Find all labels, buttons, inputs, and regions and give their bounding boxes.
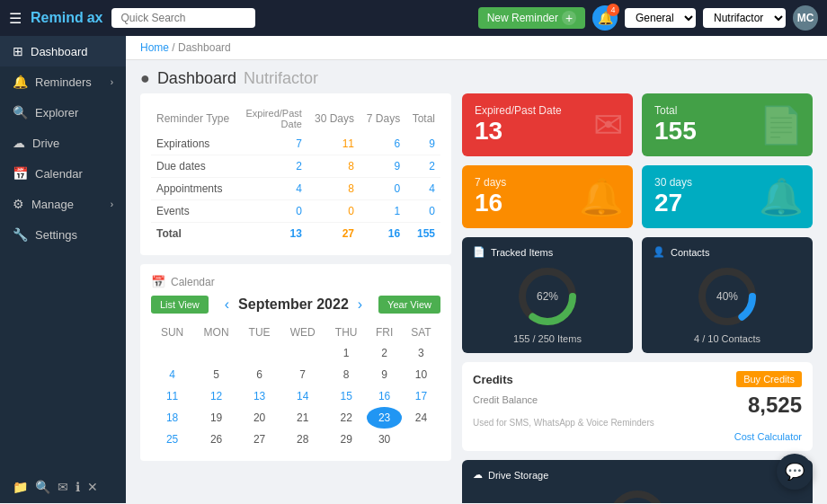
calendar-day[interactable]: 11 <box>151 385 193 407</box>
calendar-day[interactable]: 8 <box>325 364 367 385</box>
calendar-day-header: SUN <box>151 323 193 342</box>
stat-card-days30[interactable]: 30 days 27 🔔 <box>642 165 813 228</box>
calendar-day[interactable]: 26 <box>193 429 239 450</box>
cost-calculator-link[interactable]: Cost Calculator <box>473 431 802 442</box>
calendar-day[interactable]: 30 <box>367 429 402 450</box>
sidebar-item-dashboard[interactable]: ⊞ Dashboard <box>0 36 126 66</box>
calendar-day[interactable]: 16 <box>367 385 402 407</box>
app-logo: Remindax <box>31 10 102 26</box>
header-bullet-icon: ● <box>140 69 150 88</box>
stat-card-total[interactable]: Total 155 📄 <box>642 93 813 156</box>
buy-credits-button[interactable]: Buy Credits <box>736 371 802 387</box>
row-expired[interactable]: 0 <box>238 200 307 223</box>
calendar-day[interactable]: 6 <box>239 364 280 385</box>
row-30days[interactable]: 8 <box>307 178 360 200</box>
calendar-day[interactable]: 5 <box>193 364 239 385</box>
list-view-button[interactable]: List View <box>151 296 209 314</box>
calendar-day[interactable]: 25 <box>151 429 193 450</box>
calendar-icon: 📅 <box>13 166 28 181</box>
calendar-day[interactable]: 7 <box>280 364 325 385</box>
calendar-day[interactable]: 22 <box>325 407 367 429</box>
info-icon[interactable]: ℹ <box>76 480 80 494</box>
row-type: Events <box>151 200 238 223</box>
col-30days: 30 Days <box>307 104 360 133</box>
calendar-day[interactable]: 20 <box>239 407 280 429</box>
row-7days[interactable]: 1 <box>360 200 405 223</box>
sidebar-item-settings[interactable]: 🔧 Settings <box>0 219 126 250</box>
calendar-day[interactable]: 29 <box>325 429 367 450</box>
hamburger-icon[interactable]: ☰ <box>9 10 22 27</box>
search-small-icon[interactable]: 🔍 <box>35 480 50 494</box>
tracked-pct: 62% <box>537 290 558 303</box>
row-total[interactable]: 0 <box>405 200 440 223</box>
row-7days[interactable]: 6 <box>360 133 405 155</box>
row-expired[interactable]: 7 <box>238 133 307 155</box>
close-icon[interactable]: ✕ <box>87 480 98 494</box>
row-expired[interactable]: 2 <box>238 155 307 178</box>
row-7days[interactable]: 9 <box>360 155 405 178</box>
left-column: Reminder Type Expired/PastDate 30 Days 7… <box>140 93 451 503</box>
year-view-button[interactable]: Year View <box>378 296 440 314</box>
calendar-day[interactable]: 4 <box>151 364 193 385</box>
notification-bell[interactable]: 🔔 4 <box>592 5 618 31</box>
new-reminder-button[interactable]: New Reminder + <box>478 7 585 29</box>
calendar-day[interactable]: 18 <box>151 407 193 429</box>
row-total[interactable]: 4 <box>405 178 440 200</box>
general-dropdown[interactable]: General <box>625 8 696 28</box>
calendar-day[interactable]: 24 <box>402 407 440 429</box>
sidebar-item-drive[interactable]: ☁ Drive <box>0 128 126 158</box>
calendar-day[interactable]: 27 <box>239 429 280 450</box>
calendar-day[interactable]: 10 <box>402 364 440 385</box>
chat-bubble[interactable]: 💬 <box>777 454 813 490</box>
calendar-day[interactable]: 17 <box>402 385 440 407</box>
calendar-day[interactable]: 13 <box>239 385 280 407</box>
svg-point-4 <box>612 494 662 503</box>
row-30days[interactable]: 11 <box>307 133 360 155</box>
avatar[interactable]: MC <box>793 5 818 31</box>
calendar-section-title: Calendar <box>171 276 215 288</box>
calendar-day[interactable]: 14 <box>280 385 325 407</box>
calendar-day[interactable]: 3 <box>402 342 440 364</box>
mail-icon[interactable]: ✉ <box>58 480 68 494</box>
sidebar-item-calendar[interactable]: 📅 Calendar <box>0 158 126 189</box>
row-expired[interactable]: 4 <box>238 178 307 200</box>
sidebar-item-reminders[interactable]: 🔔 Reminders › <box>0 66 126 97</box>
right-panel: Expired/Past Date 13 ✉ Total 155 📄 7 day… <box>462 93 813 503</box>
folder-icon[interactable]: 📁 <box>13 480 28 494</box>
breadcrumb-home[interactable]: Home <box>140 41 169 54</box>
prev-month-button[interactable]: ‹ <box>225 296 229 313</box>
drive-storage-donut: 28% <box>606 488 669 503</box>
sidebar-label-dashboard: Dashboard <box>31 45 88 58</box>
calendar-day[interactable]: 1 <box>325 342 367 364</box>
calendar-day[interactable]: 21 <box>280 407 325 429</box>
sidebar-item-explorer[interactable]: 🔍 Explorer <box>0 97 126 128</box>
total-expired: 13 <box>238 223 307 245</box>
credits-title: Credits <box>473 373 513 386</box>
total-7days: 16 <box>360 223 405 245</box>
calendar-day[interactable]: 9 <box>367 364 402 385</box>
stat-card-days7[interactable]: 7 days 16 🔔 <box>462 165 633 228</box>
calendar-day[interactable]: 15 <box>325 385 367 407</box>
row-30days[interactable]: 0 <box>307 200 360 223</box>
row-total[interactable]: 2 <box>405 155 440 178</box>
calendar-day-header: THU <box>325 323 367 342</box>
credits-card: Credits Buy Credits Credit Balance 8,525… <box>462 362 813 451</box>
calendar-day <box>280 342 325 364</box>
col-expired-header: Expired/PastDate <box>238 104 307 133</box>
row-total[interactable]: 9 <box>405 133 440 155</box>
row-30days[interactable]: 8 <box>307 155 360 178</box>
stat-card-expired[interactable]: Expired/Past Date 13 ✉ <box>462 93 633 156</box>
next-month-button[interactable]: › <box>358 296 362 313</box>
calendar-day[interactable]: 19 <box>193 407 239 429</box>
sidebar-label-drive: Drive <box>32 137 59 150</box>
sidebar-item-manage[interactable]: ⚙ Manage › <box>0 189 126 219</box>
total-type: Total <box>151 223 238 245</box>
calendar-day[interactable]: 23 <box>367 407 402 429</box>
row-7days[interactable]: 0 <box>360 178 405 200</box>
calendar-day[interactable]: 28 <box>280 429 325 450</box>
search-input[interactable] <box>111 8 255 28</box>
calendar-day[interactable]: 2 <box>367 342 402 364</box>
calendar-day[interactable]: 12 <box>193 385 239 407</box>
company-dropdown[interactable]: Nutrifactor <box>703 8 786 28</box>
calendar-nav: ‹ September 2022 › <box>225 296 362 313</box>
